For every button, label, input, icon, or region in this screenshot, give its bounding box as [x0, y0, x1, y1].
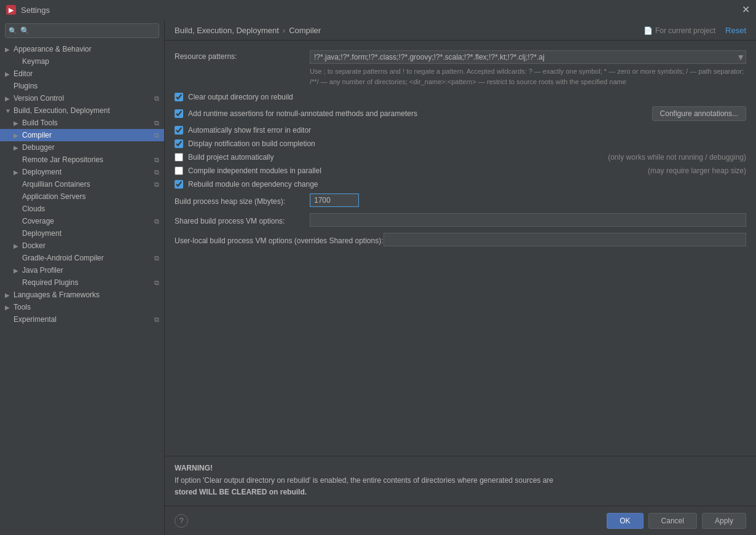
- resource-patterns-hint: Use ; to separate patterns and ! to nega…: [310, 66, 746, 87]
- sidebar-item-deployment2[interactable]: Deployment: [0, 227, 164, 240]
- sidebar-item-label: Keymap: [22, 57, 159, 66]
- bottom-right: OK Cancel Apply: [607, 513, 746, 529]
- resource-patterns-row: Resource patterns: ▼ Use ; to separate p…: [175, 50, 746, 87]
- content-header: Build, Execution, Deployment › Compiler …: [165, 20, 756, 41]
- sidebar-item-arquillian[interactable]: Arquillian Containers ⧉: [0, 178, 164, 190]
- warning-box: WARNING! If option 'Clear output directo…: [165, 456, 756, 506]
- copy-icon: ⧉: [154, 254, 159, 262]
- user-vm-row: User-local build process VM options (ove…: [175, 233, 746, 246]
- content-panel: Build, Execution, Deployment › Compiler …: [165, 20, 756, 535]
- sidebar-item-label: Languages & Frameworks: [14, 291, 159, 299]
- ok-button[interactable]: OK: [607, 513, 643, 529]
- checkbox-rebuild-dependency-input[interactable]: [175, 180, 183, 189]
- resource-patterns-input[interactable]: [310, 50, 746, 64]
- cancel-button[interactable]: Cancel: [648, 513, 697, 529]
- sidebar-item-plugins[interactable]: Plugins: [0, 80, 164, 92]
- sidebar-item-clouds[interactable]: Clouds: [0, 203, 164, 215]
- sidebar-item-debugger[interactable]: ▶ Debugger: [0, 141, 164, 154]
- sidebar-item-required-plugins[interactable]: Required Plugins ⧉: [0, 276, 164, 289]
- heap-size-input[interactable]: [310, 193, 359, 207]
- shared-vm-input[interactable]: [310, 213, 746, 227]
- checkbox-auto-show-error-label: Automatically show first error in editor: [188, 126, 746, 135]
- checkbox-build-auto-input[interactable]: [175, 153, 183, 162]
- sidebar-item-keymap[interactable]: Keymap: [0, 55, 164, 68]
- checkbox-rebuild-dependency-label: Rebuild module on dependency change: [188, 180, 746, 189]
- heap-size-label: Build process heap size (Mbytes):: [175, 195, 310, 206]
- compile-parallel-note: (may require larger heap size): [648, 166, 746, 175]
- configure-annotations-button[interactable]: Configure annotations...: [652, 106, 746, 121]
- expand-icon: ▶: [14, 243, 22, 249]
- shared-vm-label: Shared build process VM options:: [175, 215, 310, 225]
- checkbox-compile-parallel-label: Compile independent modules in parallel: [188, 166, 638, 175]
- checkbox-build-auto: Build project automatically (only works …: [175, 153, 746, 162]
- checkbox-clear-output-label: Clear output directory on rebuild: [188, 93, 746, 101]
- checkbox-auto-show-error-input[interactable]: [175, 126, 183, 135]
- expand-icon: ▶: [14, 267, 22, 274]
- checkbox-display-notification-label: Display notification on build completion: [188, 139, 746, 148]
- sidebar-item-build-execution[interactable]: ▼ Build, Execution, Deployment: [0, 104, 164, 117]
- bottom-bar: ? OK Cancel Apply: [165, 506, 756, 535]
- sidebar-item-editor[interactable]: ▶ Editor: [0, 68, 164, 80]
- sidebar-item-label: Deployment: [22, 229, 159, 238]
- expand-icon: ▶: [14, 169, 22, 176]
- sidebar-item-experimental[interactable]: Experimental ⧉: [0, 313, 164, 326]
- checkbox-clear-output-input[interactable]: [175, 93, 183, 101]
- sidebar-item-gradle-android[interactable]: Gradle-Android Compiler ⧉: [0, 252, 164, 264]
- sidebar-item-label: Editor: [14, 69, 159, 78]
- sidebar-item-label: Remote Jar Repositories: [22, 155, 152, 164]
- checkbox-add-runtime-label: Add runtime assertions for notnull-annot…: [188, 109, 647, 118]
- resource-patterns-label: Resource patterns:: [175, 50, 310, 61]
- resource-field-wrapper: ▼: [310, 50, 746, 64]
- copy-icon: ⧉: [154, 131, 159, 139]
- sidebar: 🔍 ▶ Appearance & Behavior Keymap ▶ Edito…: [0, 20, 165, 535]
- reset-button[interactable]: Reset: [725, 26, 746, 35]
- sidebar-item-build-tools[interactable]: ▶ Build Tools ⧉: [0, 117, 164, 129]
- copy-icon: ⧉: [154, 181, 159, 189]
- breadcrumb: Build, Execution, Deployment › Compiler: [175, 26, 321, 35]
- sidebar-item-deployment[interactable]: ▶ Deployment ⧉: [0, 166, 164, 178]
- search-input[interactable]: [5, 23, 159, 38]
- checkbox-compile-parallel-input[interactable]: [175, 166, 183, 175]
- search-icon: 🔍: [9, 27, 17, 35]
- checkbox-display-notification-input[interactable]: [175, 139, 183, 148]
- build-auto-note: (only works while not running / debuggin…: [608, 153, 746, 162]
- sidebar-item-java-profiler[interactable]: ▶ Java Profiler: [0, 264, 164, 276]
- sidebar-item-tools[interactable]: ▶ Tools: [0, 301, 164, 313]
- warning-text: If option 'Clear output directory on reb…: [175, 475, 746, 498]
- expand-icon: ▶: [5, 304, 14, 311]
- window-title: Settings: [21, 6, 50, 15]
- expand-icon: ▶: [5, 292, 14, 299]
- breadcrumb-separator: ›: [283, 26, 285, 35]
- checkbox-add-runtime-input[interactable]: [175, 109, 183, 118]
- sidebar-item-appearance[interactable]: ▶ Appearance & Behavior: [0, 43, 164, 55]
- sidebar-item-languages[interactable]: ▶ Languages & Frameworks: [0, 289, 164, 301]
- sidebar-item-compiler[interactable]: ▶ Compiler ⧉: [0, 129, 164, 141]
- sidebar-item-label: Coverage: [22, 217, 152, 225]
- heap-size-field: [310, 193, 746, 207]
- apply-button[interactable]: Apply: [702, 513, 746, 529]
- shared-vm-field: [310, 213, 746, 227]
- sidebar-item-label: Docker: [22, 241, 159, 250]
- resource-patterns-expand-button[interactable]: ▼: [736, 52, 745, 62]
- content-body: Resource patterns: ▼ Use ; to separate p…: [165, 41, 756, 456]
- close-button[interactable]: ✕: [742, 5, 750, 15]
- breadcrumb-part1: Build, Execution, Deployment: [175, 26, 279, 35]
- breadcrumb-part2: Compiler: [289, 26, 321, 35]
- expand-icon: ▶: [5, 46, 14, 53]
- scope-icon: 📄: [644, 26, 653, 35]
- sidebar-item-docker[interactable]: ▶ Docker: [0, 240, 164, 252]
- resource-patterns-field: ▼ Use ; to separate patterns and ! to ne…: [310, 50, 746, 87]
- sidebar-item-version-control[interactable]: ▶ Version Control ⧉: [0, 92, 164, 104]
- sidebar-item-coverage[interactable]: Coverage ⧉: [0, 215, 164, 227]
- sidebar-item-label: Required Plugins: [22, 278, 152, 287]
- sidebar-item-app-servers[interactable]: Application Servers: [0, 190, 164, 203]
- help-button[interactable]: ?: [175, 514, 188, 528]
- sidebar-item-label: Build, Execution, Deployment: [14, 106, 159, 115]
- expand-icon: ▼: [5, 107, 14, 114]
- checkbox-display-notification: Display notification on build completion: [175, 139, 746, 148]
- expand-icon: ▶: [5, 95, 14, 102]
- sidebar-item-remote-jar[interactable]: Remote Jar Repositories ⧉: [0, 154, 164, 166]
- sidebar-item-label: Clouds: [22, 205, 159, 213]
- search-box[interactable]: 🔍: [5, 23, 159, 38]
- user-vm-input[interactable]: [384, 233, 747, 246]
